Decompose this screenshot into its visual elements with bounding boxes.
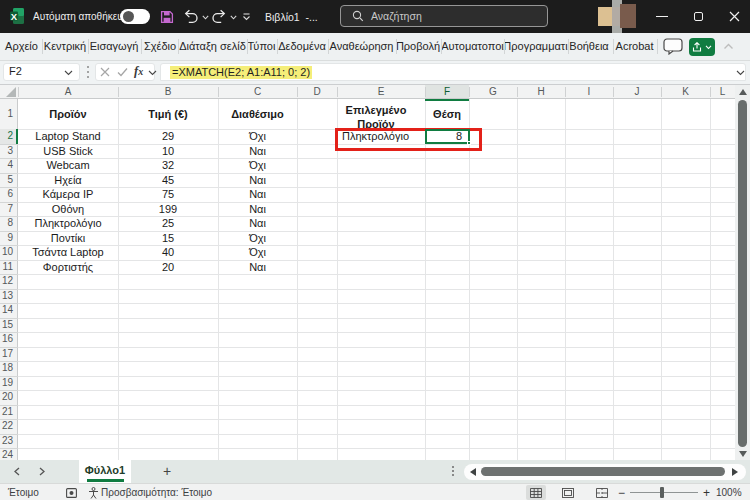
svg-text:X: X bbox=[11, 11, 18, 22]
